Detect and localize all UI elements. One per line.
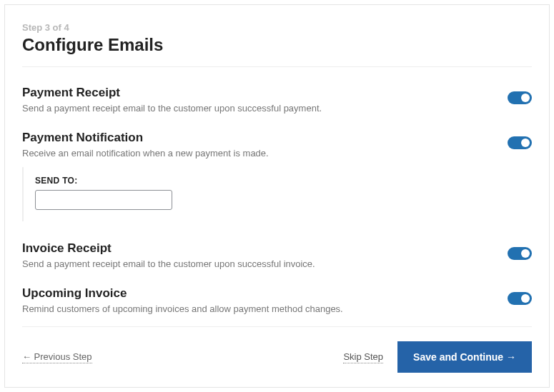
footer: ← Previous Step Skip Step Save and Conti… [22, 326, 532, 373]
previous-step-link[interactable]: ← Previous Step [22, 351, 92, 363]
invoice-receipt-title: Invoice Receipt [22, 241, 490, 256]
configure-emails-panel: Step 3 of 4 Configure Emails Payment Rec… [4, 4, 550, 388]
payment-receipt-toggle[interactable] [508, 91, 532, 104]
skip-step-link[interactable]: Skip Step [343, 351, 383, 363]
upcoming-invoice-title: Upcoming Invoice [22, 286, 490, 301]
upcoming-invoice-toggle[interactable] [508, 292, 532, 305]
header-divider [22, 66, 532, 67]
page-title: Configure Emails [22, 35, 532, 55]
upcoming-invoice-desc: Remind customers of upcoming invoices an… [22, 303, 490, 314]
section-payment-notification: Payment Notification Receive an email no… [22, 131, 532, 159]
payment-receipt-title: Payment Receipt [22, 86, 490, 100]
section-payment-receipt: Payment Receipt Send a payment receipt e… [22, 86, 532, 114]
payment-receipt-desc: Send a payment receipt email to the cust… [22, 103, 490, 114]
section-text: Invoice Receipt Send a payment receipt e… [22, 241, 508, 269]
save-and-continue-button[interactable]: Save and Continue → [397, 341, 532, 373]
payment-notification-toggle[interactable] [508, 136, 532, 149]
invoice-receipt-desc: Send a payment receipt email to the cust… [22, 258, 490, 269]
section-text: Payment Notification Receive an email no… [22, 131, 508, 159]
section-invoice-receipt: Invoice Receipt Send a payment receipt e… [22, 241, 532, 269]
section-upcoming-invoice: Upcoming Invoice Remind customers of upc… [22, 286, 532, 314]
invoice-receipt-toggle[interactable] [508, 247, 532, 260]
section-text: Payment Receipt Send a payment receipt e… [22, 86, 508, 114]
step-indicator: Step 3 of 4 [22, 22, 532, 33]
send-to-label: SEND TO: [35, 176, 520, 186]
send-to-container: SEND TO: [22, 167, 532, 221]
payment-notification-desc: Receive an email notification when a new… [22, 148, 490, 159]
section-text: Upcoming Invoice Remind customers of upc… [22, 286, 508, 314]
send-to-input[interactable] [35, 190, 172, 210]
payment-notification-title: Payment Notification [22, 131, 490, 145]
